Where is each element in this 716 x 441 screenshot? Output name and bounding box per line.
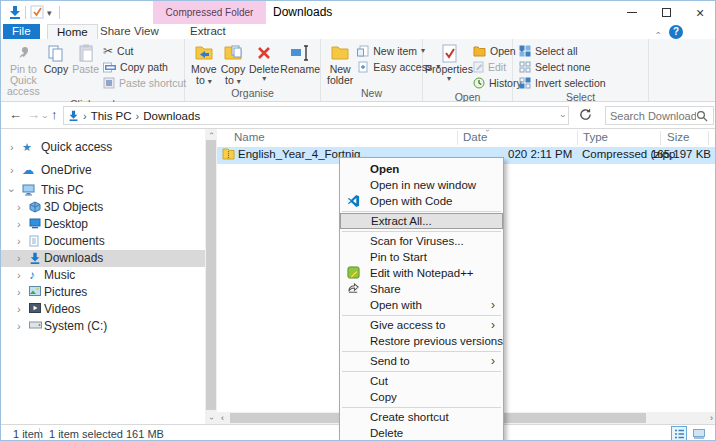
delete-button[interactable]: Delete ▾ bbox=[247, 41, 281, 84]
properties-button[interactable]: Properties ▾ bbox=[427, 41, 471, 84]
select-none-button[interactable]: Select none bbox=[517, 59, 608, 75]
column-header-date[interactable]: Date bbox=[463, 131, 487, 143]
copy-to-caret-icon: ▾ bbox=[237, 77, 241, 86]
sidebar-item-music[interactable]: › ♪ Music bbox=[1, 267, 205, 284]
thumbnails-view-button[interactable] bbox=[691, 426, 707, 441]
sidebar-item-pictures[interactable]: › Pictures bbox=[1, 284, 205, 301]
new-folder-button[interactable]: Newfolder bbox=[325, 41, 355, 87]
menu-item-cut[interactable]: Cut bbox=[340, 373, 503, 389]
search-input[interactable] bbox=[610, 110, 696, 122]
sidebar-item-this-pc[interactable]: › This PC bbox=[1, 182, 205, 199]
expand-chevron-icon[interactable]: › bbox=[17, 267, 21, 284]
menu-item-open-with-code[interactable]: Open with Code bbox=[340, 193, 503, 209]
qat-properties-icon[interactable] bbox=[30, 5, 44, 19]
menu-item-delete[interactable]: Delete bbox=[340, 425, 503, 441]
minimize-icon bbox=[627, 12, 637, 13]
column-divider[interactable] bbox=[660, 131, 661, 145]
sidebar-item-onedrive[interactable]: › ☁ OneDrive bbox=[1, 162, 205, 179]
menu-item-copy[interactable]: Copy bbox=[340, 389, 503, 405]
3d-objects-icon bbox=[29, 201, 41, 213]
submenu-arrow-icon: › bbox=[491, 353, 495, 369]
column-header-type[interactable]: Type bbox=[583, 131, 608, 143]
ribbon-group-organise: Moveto ▾ Copyto ▾ Delete ▾ Rename bbox=[185, 39, 321, 101]
qat-customize-caret[interactable]: ▾ bbox=[47, 8, 52, 18]
scroll-left-icon[interactable]: ‹ bbox=[221, 412, 224, 424]
minimize-button[interactable] bbox=[615, 1, 649, 24]
invert-selection-button[interactable]: Invert selection bbox=[517, 75, 608, 91]
sidebar-item-3d-objects[interactable]: › 3D Objects bbox=[1, 199, 205, 216]
sidebar-scrollbar-thumb[interactable] bbox=[206, 140, 216, 410]
menu-item-edit-with-notepadpp[interactable]: Edit with Notepad++ bbox=[340, 265, 503, 281]
menu-item-restore-previous-versions[interactable]: Restore previous versions bbox=[340, 333, 503, 349]
column-divider[interactable] bbox=[577, 131, 578, 145]
menu-item-open[interactable]: Open bbox=[340, 161, 503, 177]
menu-item-share[interactable]: Share bbox=[340, 281, 503, 297]
menu-item-create-shortcut[interactable]: Create shortcut bbox=[340, 409, 503, 425]
paste-button[interactable]: Paste bbox=[70, 41, 101, 76]
menu-item-extract-all[interactable]: Extract All... bbox=[340, 213, 503, 229]
paste-shortcut-button[interactable]: Paste shortcut bbox=[101, 75, 188, 91]
copy-icon bbox=[47, 42, 65, 64]
cut-button[interactable]: ✂ Cut bbox=[101, 43, 188, 59]
select-all-button[interactable]: Select all bbox=[517, 43, 608, 59]
menu-item-open-in-new-window[interactable]: Open in new window bbox=[340, 177, 503, 193]
maximize-button[interactable] bbox=[649, 1, 683, 24]
menu-item-pin-to-start[interactable]: Pin to Start bbox=[340, 249, 503, 265]
contextual-tab-header: Compressed Folder Tools bbox=[153, 1, 266, 24]
column-header-size[interactable]: Size bbox=[667, 131, 689, 143]
expand-chevron-icon[interactable]: › bbox=[17, 216, 21, 233]
tab-file[interactable]: File bbox=[3, 24, 40, 39]
up-icon[interactable]: ↑ bbox=[51, 107, 58, 123]
copy-button[interactable]: Copy bbox=[42, 41, 71, 76]
menu-item-open-with[interactable]: Open with › bbox=[340, 297, 503, 313]
menu-item-give-access-to[interactable]: Give access to › bbox=[340, 317, 503, 333]
help-button[interactable]: ? bbox=[669, 25, 683, 39]
expand-chevron-icon[interactable]: › bbox=[17, 301, 21, 318]
edit-icon bbox=[473, 61, 484, 73]
expand-chevron-icon[interactable]: › bbox=[17, 318, 21, 335]
column-divider[interactable] bbox=[708, 131, 709, 145]
collapse-chevron-icon[interactable]: › bbox=[3, 189, 20, 193]
scroll-down-icon[interactable]: › bbox=[205, 414, 217, 424]
refresh-icon[interactable] bbox=[579, 108, 592, 121]
sidebar-item-documents[interactable]: › Documents bbox=[1, 233, 205, 250]
sidebar-item-downloads[interactable]: › Downloads bbox=[1, 250, 205, 267]
address-dropdown-icon[interactable]: › bbox=[558, 114, 568, 117]
back-icon[interactable]: ← bbox=[9, 107, 22, 123]
menu-item-send-to[interactable]: Send to › bbox=[340, 353, 503, 369]
sidebar-scrollbar[interactable]: › › bbox=[205, 129, 217, 424]
scroll-right-icon[interactable]: › bbox=[710, 412, 713, 424]
expand-chevron-icon[interactable]: › bbox=[17, 250, 21, 267]
expand-chevron-icon[interactable]: › bbox=[17, 199, 21, 216]
collapse-ribbon-icon[interactable]: › bbox=[653, 32, 663, 35]
expand-chevron-icon[interactable]: › bbox=[17, 284, 21, 301]
breadcrumb-downloads[interactable]: Downloads bbox=[143, 110, 200, 122]
pin-to-quick-access-button[interactable]: Pin to Quick access bbox=[5, 41, 42, 98]
expand-chevron-icon[interactable]: › bbox=[10, 162, 14, 179]
videos-icon bbox=[29, 303, 41, 313]
tab-extract[interactable]: Extract bbox=[181, 24, 235, 39]
expand-chevron-icon[interactable]: › bbox=[17, 233, 21, 250]
address-bar[interactable]: › This PC › Downloads › bbox=[63, 106, 569, 125]
copy-to-button[interactable]: Copyto ▾ bbox=[219, 41, 248, 87]
sidebar-item-videos[interactable]: › Videos bbox=[1, 301, 205, 318]
scroll-up-icon[interactable]: › bbox=[205, 129, 217, 139]
close-button[interactable]: × bbox=[683, 1, 716, 24]
column-divider[interactable] bbox=[457, 131, 458, 145]
sidebar-item-quick-access[interactable]: › ★ Quick access bbox=[1, 139, 205, 156]
copy-path-button[interactable]: Copy path bbox=[101, 59, 188, 75]
expand-chevron-icon[interactable]: › bbox=[10, 139, 14, 156]
move-to-button[interactable]: Moveto ▾ bbox=[189, 41, 219, 87]
sidebar-item-system-c[interactable]: › System (C:) bbox=[1, 318, 205, 335]
paste-icon bbox=[78, 42, 94, 64]
details-view-button[interactable] bbox=[671, 426, 687, 441]
search-icon[interactable] bbox=[696, 110, 708, 122]
menu-item-scan-for-viruses[interactable]: Scan for Viruses... bbox=[340, 233, 503, 249]
breadcrumb-this-pc[interactable]: This PC bbox=[91, 110, 132, 122]
column-header-name[interactable]: Name bbox=[234, 131, 265, 143]
rename-button[interactable]: Rename bbox=[281, 41, 319, 76]
tab-view[interactable]: View bbox=[125, 24, 168, 39]
sidebar-item-desktop[interactable]: › Desktop bbox=[1, 216, 205, 233]
column-header-row: Name Date › Type Size bbox=[217, 129, 716, 147]
search-box[interactable] bbox=[605, 106, 714, 125]
